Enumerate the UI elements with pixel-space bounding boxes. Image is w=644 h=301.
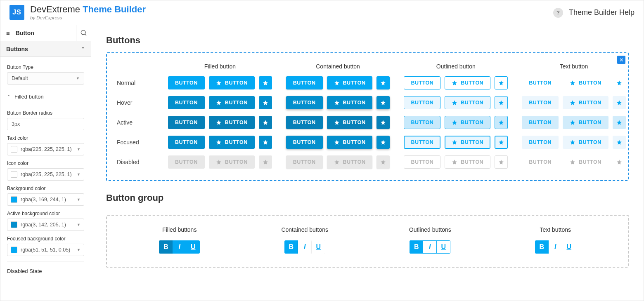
row-label-hover: Hover [117,99,154,106]
button-text-disabled-text[interactable]: BUTTON [522,155,559,169]
button-filled-hover-text[interactable]: BUTTON [168,96,205,109]
button-filled-focused-text[interactable]: BUTTON [168,136,205,149]
button-outlined-disabled-icon[interactable] [495,155,508,169]
button-filled-focused-icon-text[interactable]: BUTTON [209,136,255,149]
group-btn-underline[interactable]: U [312,240,325,254]
select-button-type[interactable]: Default▼ [7,72,84,85]
help-icon[interactable]: ? [553,8,563,18]
close-showcase-button[interactable]: ✕ [617,56,625,64]
group-head-outlined: Outlined buttons [367,226,493,233]
button-contained-normal-icon[interactable] [376,76,390,89]
button-contained-active-icon-text[interactable]: BUTTON [327,116,373,129]
button-contained-focused-text[interactable]: BUTTON [286,136,323,149]
button-filled-hover-icon-text[interactable]: BUTTON [209,96,255,109]
group-btn-underline[interactable]: U [562,240,576,254]
button-outlined-hover-icon[interactable] [495,96,508,109]
sub-section-header[interactable]: ⌃ Filled button [7,89,84,105]
group-btn-bold[interactable]: B [410,240,423,254]
colorbox-text-color[interactable]: rgba(225, 225, 225, 1)▼ [7,143,84,155]
button-contained-normal-icon-text[interactable]: BUTTON [327,76,373,89]
button-text-focused-icon-text[interactable]: BUTTON [563,136,608,149]
group-btn-italic[interactable]: I [549,240,562,254]
buttons-showcase[interactable]: ✕ Filled buttonContained buttonOutlined … [106,52,629,181]
sub-section-title: Filled button [14,94,44,100]
button-outlined-active-icon[interactable] [495,116,508,129]
button-outlined-hover-icon-text[interactable]: BUTTON [445,96,490,109]
button-filled-disabled-text[interactable]: BUTTON [168,155,205,169]
button-text-focused-icon[interactable] [613,136,626,149]
button-filled-normal-text[interactable]: BUTTON [168,76,205,89]
accordion-header-buttons[interactable]: Buttons ⌃ [0,41,91,57]
button-text-disabled-icon[interactable] [613,155,626,169]
button-contained-focused-icon-text[interactable]: BUTTON [327,136,373,149]
group-btn-italic[interactable]: I [423,240,437,254]
button-text-normal-icon[interactable] [613,76,626,89]
btn-cell-contained-normal: BUTTONBUTTON [286,76,390,89]
button-text-focused-text[interactable]: BUTTON [522,136,559,149]
button-outlined-normal-icon-text[interactable]: BUTTON [445,76,490,89]
button-filled-active-icon-text[interactable]: BUTTON [209,116,255,129]
button-contained-hover-icon[interactable] [376,96,390,109]
button-outlined-hover-text[interactable]: BUTTON [404,96,440,109]
button-contained-disabled-icon[interactable] [376,155,390,169]
button-outlined-active-text[interactable]: BUTTON [404,116,440,129]
group-btn-bold[interactable]: B [284,240,298,254]
colorbox-focused-bg[interactable]: rgba(51, 51, 51, 0.05)▼ [7,244,84,256]
button-outlined-focused-icon-text[interactable]: BUTTON [445,136,490,149]
button-text-normal-text[interactable]: BUTTON [522,76,559,89]
group-btn-bold[interactable]: B [159,240,173,254]
button-filled-disabled-icon[interactable] [259,155,272,169]
section-disabled-state[interactable]: Disabled State [7,266,84,277]
button-outlined-disabled-icon-text[interactable]: BUTTON [445,155,490,169]
button-filled-active-icon[interactable] [259,116,272,129]
colorbox-icon-color[interactable]: rgba(225, 225, 225, 1)▼ [7,168,84,181]
button-text-disabled-icon-text[interactable]: BUTTON [563,155,608,169]
button-filled-hover-icon[interactable] [259,96,272,109]
button-outlined-focused-icon[interactable] [495,136,508,149]
button-group-filled: BIU [159,240,200,254]
button-filled-active-text[interactable]: BUTTON [168,116,205,129]
button-text-active-icon-text[interactable]: BUTTON [563,116,608,129]
button-text-normal-icon-text[interactable]: BUTTON [563,76,608,89]
group-btn-underline[interactable]: U [186,240,200,254]
group-btn-underline[interactable]: U [437,240,450,254]
search-button[interactable] [76,25,91,41]
button-filled-normal-icon-text[interactable]: BUTTON [209,76,255,89]
group-btn-bold[interactable]: B [535,240,549,254]
button-text-hover-text[interactable]: BUTTON [522,96,559,109]
button-group-showcase[interactable]: Filled buttonsContained buttonsOutlined … [106,215,629,268]
button-contained-active-text[interactable]: BUTTON [286,116,323,129]
button-contained-disabled-text[interactable]: BUTTON [286,155,323,169]
button-filled-focused-icon[interactable] [259,136,272,149]
button-text-active-text[interactable]: BUTTON [522,116,559,129]
button-contained-focused-icon[interactable] [376,136,390,149]
button-filled-normal-icon[interactable] [259,76,272,89]
button-contained-disabled-icon-text[interactable]: BUTTON [327,155,373,169]
button-outlined-normal-icon[interactable] [495,76,508,89]
colorbox-active-bg[interactable]: rgba(3, 142, 205, 1)▼ [7,219,84,231]
color-value: rgba(225, 225, 225, 1) [21,172,73,177]
swatch-icon [11,146,17,153]
button-outlined-disabled-text[interactable]: BUTTON [404,155,440,169]
color-value: rgba(51, 51, 51, 0.05) [21,247,73,253]
star-icon [334,159,340,165]
colorbox-bg-color[interactable]: rgba(3, 169, 244, 1)▼ [7,193,84,206]
button-filled-disabled-icon-text[interactable]: BUTTON [209,155,255,169]
button-contained-hover-icon-text[interactable]: BUTTON [327,96,373,109]
group-btn-italic[interactable]: I [173,240,186,254]
menu-icon[interactable]: ≡ [6,30,10,36]
button-outlined-active-icon-text[interactable]: BUTTON [445,116,490,129]
button-text-active-icon[interactable] [613,116,626,129]
button-contained-hover-text[interactable]: BUTTON [286,96,323,109]
help-link[interactable]: Theme Builder Help [569,8,635,17]
button-outlined-normal-text[interactable]: BUTTON [404,76,440,89]
input-border-radius[interactable]: 3px [7,118,84,130]
button-contained-normal-text[interactable]: BUTTON [286,76,323,89]
button-contained-active-icon[interactable] [376,116,390,129]
button-text-hover-icon[interactable] [613,96,626,109]
button-outlined-focused-text[interactable]: BUTTON [404,136,440,149]
group-btn-italic[interactable]: I [298,240,312,254]
star-icon [570,159,575,165]
button-text-hover-icon-text[interactable]: BUTTON [563,96,608,109]
btn-cell-filled-focused: BUTTONBUTTON [168,136,272,149]
